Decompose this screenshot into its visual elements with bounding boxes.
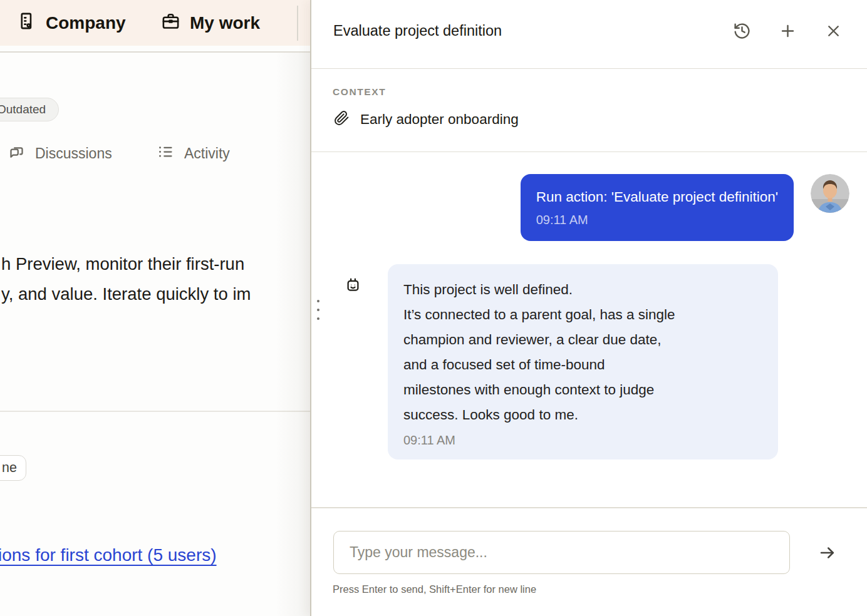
arrow-right-icon xyxy=(818,555,837,564)
user-message-text: Run action: 'Evaluate project definition… xyxy=(536,188,778,207)
context-section: CONTEXT Early adopter onboarding xyxy=(311,70,867,152)
tab-discussions-label: Discussions xyxy=(35,145,112,162)
composer-hint: Press Enter to send, Shift+Enter for new… xyxy=(333,583,536,595)
nav-bottom-border xyxy=(0,51,310,53)
nav-tab-company-label: Company xyxy=(46,13,126,33)
tab-activity-label: Activity xyxy=(184,145,230,162)
context-heading: CONTEXT xyxy=(333,86,386,98)
new-chat-button[interactable] xyxy=(777,22,797,42)
building-icon xyxy=(17,11,36,35)
bot-face-icon xyxy=(345,276,361,295)
panel-edge-shadow xyxy=(276,53,310,616)
background-page: Company My work Outdated Discussions xyxy=(0,0,310,616)
tab-discussions[interactable]: Discussions xyxy=(8,143,112,164)
user-message-time: 09:11 AM xyxy=(536,213,778,227)
context-item-label: Early adopter onboarding xyxy=(360,111,519,128)
avatar xyxy=(811,174,849,213)
composer-top-border xyxy=(311,507,867,508)
plus-icon xyxy=(779,22,797,42)
panel-header: Evaluate project definition xyxy=(311,0,867,69)
message-input[interactable] xyxy=(333,531,790,574)
nav-tab-my-work[interactable]: My work xyxy=(161,0,260,46)
assistant-message-text: This project is well defined. It’s conne… xyxy=(403,277,762,428)
top-nav: Company My work xyxy=(0,0,310,46)
panel-title: Evaluate project definition xyxy=(333,23,502,39)
chat-panel: Evaluate project definition CONTEXT xyxy=(310,0,867,616)
project-description-text: h Preview, monitor their first-run y, an… xyxy=(1,249,251,309)
outdated-badge: Outdated xyxy=(0,98,59,121)
history-button[interactable] xyxy=(732,22,752,42)
paperclip-icon xyxy=(334,110,350,130)
nav-separator xyxy=(297,6,298,41)
briefcase-icon xyxy=(161,11,180,35)
close-button[interactable] xyxy=(823,22,843,42)
assistant-message-time: 09:11 AM xyxy=(403,431,762,449)
cropped-badge: ne xyxy=(0,455,26,481)
history-clock-icon xyxy=(733,22,751,42)
tab-activity[interactable]: Activity xyxy=(157,143,230,164)
nav-tab-my-work-label: My work xyxy=(190,13,260,33)
message-user: Run action: 'Evaluate project definition… xyxy=(521,174,849,241)
outdated-badge-label: Outdated xyxy=(0,103,46,116)
context-item[interactable]: Early adopter onboarding xyxy=(334,110,519,130)
nav-tab-company[interactable]: Company xyxy=(17,0,126,46)
close-icon xyxy=(824,22,843,42)
panel-resize-handle[interactable] xyxy=(316,299,321,321)
cropped-badge-label: ne xyxy=(2,460,17,476)
list-icon xyxy=(157,143,174,164)
assistant-bubble: This project is well defined. It’s conne… xyxy=(388,264,778,459)
screen: Company My work Outdated Discussions xyxy=(0,0,867,616)
section-divider xyxy=(0,411,310,412)
send-button[interactable] xyxy=(816,542,839,565)
user-bubble: Run action: 'Evaluate project definition… xyxy=(521,174,794,241)
cohort-link[interactable]: ions for first cohort (5 users) xyxy=(0,545,217,565)
chat-bubbles-icon xyxy=(8,143,25,164)
